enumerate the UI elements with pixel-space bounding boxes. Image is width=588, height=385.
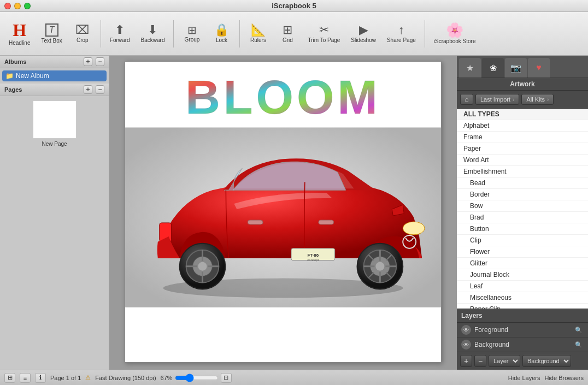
page-thumbnail[interactable] <box>33 100 77 139</box>
background-search-button[interactable]: 🔍 <box>574 340 584 350</box>
backward-tool[interactable]: ⬇ Backward <box>137 22 169 45</box>
minimize-button[interactable] <box>14 3 21 9</box>
remove-page-button[interactable]: − <box>96 85 104 94</box>
nav-home-button[interactable]: ⌂ <box>460 94 473 105</box>
status-right: Hide Layers Hide Browsers <box>508 375 584 381</box>
hide-layers-button[interactable]: Hide Layers <box>508 375 540 381</box>
artwork-panel-title: Artwork <box>457 78 588 91</box>
add-album-button[interactable]: + <box>84 57 92 66</box>
textbox-tool[interactable]: T Text Box <box>37 21 66 46</box>
add-layer-button[interactable]: + <box>460 355 472 367</box>
artwork-paper-clip[interactable]: Paper Clip <box>457 304 588 309</box>
heart-tab[interactable]: ♥ <box>528 58 550 78</box>
new-album-item[interactable]: 📁 New Album <box>2 70 107 81</box>
artwork-brad[interactable]: Brad <box>457 212 588 223</box>
pages-section: Pages + − New Page <box>0 84 109 370</box>
artwork-embellishment[interactable]: Embellishment <box>457 166 588 177</box>
store-tool[interactable]: 🌸 iScrapbook Store <box>430 21 480 46</box>
window-controls[interactable] <box>4 3 31 9</box>
forward-tool[interactable]: ⬆ Forward <box>105 22 134 45</box>
right-panel: ★ ❀ 📷 ♥ Artwork ⌂ Last Import › All Kits… <box>457 56 588 370</box>
layer-dropdown[interactable]: Layer <box>489 355 520 367</box>
rulers-label: Rulers <box>250 37 266 43</box>
list-view-button[interactable]: ≡ <box>20 373 31 383</box>
zoom-fit-button[interactable]: ⊡ <box>221 373 232 383</box>
artwork-all-types[interactable]: ALL TYPES <box>457 109 588 120</box>
artwork-flower[interactable]: Flower <box>457 246 588 258</box>
artwork-leaf[interactable]: Leaf <box>457 281 588 292</box>
divider-2 <box>173 20 174 48</box>
svg-text:BLOOM: BLOOM <box>185 70 381 124</box>
share-label: Share Page <box>387 37 416 43</box>
share-tool[interactable]: ↑ Share Page <box>383 22 420 45</box>
maximize-button[interactable] <box>24 3 31 9</box>
albums-header: Albums + − <box>0 56 109 68</box>
bloom-text-svg: BLOOM <box>141 64 425 125</box>
foreground-eye-button[interactable]: 👁 <box>461 325 471 335</box>
pages-list: New Page <box>0 96 109 151</box>
artwork-nav: ⌂ Last Import › All Kits › <box>457 91 588 109</box>
artwork-word-art[interactable]: Word Art <box>457 155 588 166</box>
album-icon: 📁 <box>5 72 14 80</box>
hide-browsers-button[interactable]: Hide Browsers <box>544 375 584 381</box>
crop-tool[interactable]: ⌧ Crop <box>69 22 96 45</box>
canvas-area[interactable]: BLOOM <box>109 56 457 370</box>
artwork-paper[interactable]: Paper <box>457 143 588 155</box>
nav-arrow-1: › <box>513 97 514 103</box>
artwork-button[interactable]: Button <box>457 223 588 235</box>
all-kits-label: All Kits <box>526 96 545 103</box>
add-page-button[interactable]: + <box>84 85 92 94</box>
store-label: iScrapbook Store <box>434 38 476 44</box>
divider-1 <box>101 20 101 48</box>
grid-icon: ⊞ <box>283 24 292 36</box>
artwork-bow[interactable]: Bow <box>457 200 588 212</box>
nav-last-import-button[interactable]: Last Import › <box>475 94 519 105</box>
thumbnail-view-button[interactable]: ⊞ <box>4 373 15 383</box>
pages-controls: + − <box>84 85 104 94</box>
drawing-quality-label: Fast Drawing (150 dpi) <box>95 375 156 381</box>
artwork-frame[interactable]: Frame <box>457 132 588 143</box>
artwork-miscellaneous[interactable]: Miscellaneous <box>457 292 588 304</box>
foreground-layer[interactable]: 👁 Foreground 🔍 <box>457 323 588 337</box>
nav-arrow-2: › <box>547 97 549 103</box>
remove-layer-button[interactable]: − <box>474 355 486 367</box>
statusbar: ⊞ ≡ ℹ Page 1 of 1 ⚠ Fast Drawing (150 dp… <box>0 370 588 385</box>
background-dropdown[interactable]: Background <box>522 355 571 367</box>
trim-tool[interactable]: ✂ Trim To Page <box>303 22 344 45</box>
slideshow-tool[interactable]: ▶ Slideshow <box>346 22 380 45</box>
grid-tool[interactable]: ⊞ Grid <box>274 22 301 45</box>
info-button[interactable]: ℹ <box>35 373 46 383</box>
page-label: New Page <box>42 141 67 147</box>
headline-tool[interactable]: H Headline <box>4 19 34 48</box>
headline-label: Headline <box>9 40 30 46</box>
sidebar: Albums + − 📁 New Album Pages + − <box>0 56 109 370</box>
foreground-search-button[interactable]: 🔍 <box>574 325 584 335</box>
layers-panel: Layers 👁 Foreground 🔍 👁 Background 🔍 + −… <box>457 309 588 370</box>
zoom-slider[interactable] <box>175 374 219 382</box>
background-layer[interactable]: 👁 Background 🔍 <box>457 337 588 352</box>
artwork-bead[interactable]: Bead <box>457 177 588 189</box>
svg-point-8 <box>375 262 384 271</box>
forward-icon: ⬆ <box>115 24 125 36</box>
foreground-layer-name: Foreground <box>474 326 571 334</box>
camera-tab[interactable]: 📷 <box>505 58 527 78</box>
artwork-tab[interactable]: ❀ <box>482 58 504 78</box>
close-button[interactable] <box>4 3 11 9</box>
svg-rect-26 <box>248 220 263 224</box>
group-tool[interactable]: ⊞ Group <box>178 22 205 45</box>
background-eye-button[interactable]: 👁 <box>461 340 471 350</box>
artwork-glitter[interactable]: Glitter <box>457 258 588 269</box>
svg-point-20 <box>198 262 207 271</box>
favorites-tab[interactable]: ★ <box>459 58 481 78</box>
textbox-icon: T <box>45 23 58 37</box>
remove-album-button[interactable]: − <box>96 57 104 66</box>
lock-tool[interactable]: 🔒 Lock <box>208 22 235 45</box>
nav-all-kits-button[interactable]: All Kits › <box>521 94 554 105</box>
artwork-border[interactable]: Border <box>457 189 588 200</box>
artwork-journal-block[interactable]: Journal Block <box>457 269 588 281</box>
artwork-alphabet[interactable]: Alphabet <box>457 120 588 132</box>
svg-text:FT-86: FT-86 <box>307 253 319 258</box>
titlebar: iScrapbook 5 <box>0 0 588 12</box>
rulers-tool[interactable]: 📐 Rulers <box>244 22 272 45</box>
artwork-clip[interactable]: Clip <box>457 235 588 246</box>
